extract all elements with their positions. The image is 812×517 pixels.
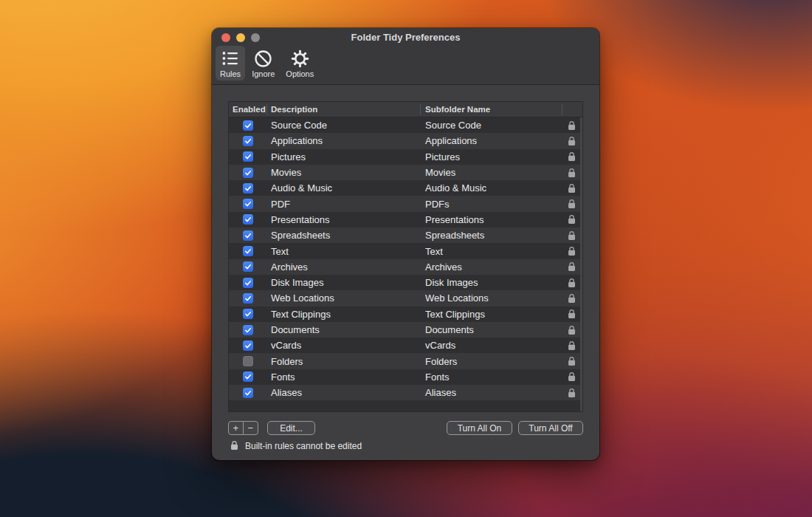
- toolbar-tab-label: Options: [286, 69, 314, 78]
- remove-rule-button[interactable]: −: [244, 422, 258, 434]
- toolbar-tab-rules[interactable]: Rules: [216, 46, 245, 81]
- add-rule-button[interactable]: +: [229, 422, 244, 434]
- titlebar[interactable]: Folder Tidy Preferences: [212, 28, 599, 47]
- rule-row[interactable]: Web LocationsWeb Locations: [229, 290, 582, 306]
- column-header-enabled[interactable]: Enabled: [229, 104, 267, 115]
- rule-subfolder-name: Applications: [421, 135, 562, 146]
- rule-enabled-cell: [229, 199, 267, 209]
- rule-row[interactable]: PDFPDFs: [229, 196, 582, 211]
- rule-description: Movies: [267, 167, 421, 178]
- preferences-window: Folder Tidy Preferences: [212, 28, 599, 460]
- rule-description: PDF: [267, 199, 421, 210]
- rule-enabled-checkbox[interactable]: [243, 168, 253, 178]
- rule-row[interactable]: PresentationsPresentations: [229, 212, 582, 227]
- rule-description: Folders: [267, 356, 421, 367]
- rule-row[interactable]: Disk ImagesDisk Images: [229, 275, 582, 290]
- lock-icon: [562, 199, 582, 209]
- rules-table: Enabled Description Subfolder Name Sourc…: [228, 101, 583, 412]
- lock-icon: [562, 278, 582, 288]
- rule-row[interactable]: FoldersFolders: [229, 353, 582, 369]
- rule-row[interactable]: FontsFonts: [229, 369, 582, 385]
- rule-enabled-cell: [229, 230, 267, 241]
- rule-enabled-checkbox[interactable]: [243, 246, 253, 256]
- rule-enabled-checkbox[interactable]: [243, 136, 253, 146]
- lock-icon: [562, 356, 582, 366]
- rule-subfolder-name: Movies: [421, 167, 562, 178]
- rule-row[interactable]: TextText: [229, 243, 582, 258]
- rule-enabled-checkbox[interactable]: [243, 261, 253, 272]
- rule-enabled-checkbox[interactable]: [243, 325, 253, 335]
- rule-description: Text Clippings: [267, 309, 421, 320]
- rule-row[interactable]: ApplicationsApplications: [229, 133, 582, 148]
- rule-description: Archives: [267, 261, 421, 273]
- lock-icon: [230, 440, 238, 453]
- rule-enabled-checkbox[interactable]: [243, 183, 253, 194]
- rule-subfolder-name: Aliases: [421, 387, 562, 398]
- rule-enabled-cell: [229, 261, 267, 272]
- rule-row[interactable]: Audio & MusicAudio & Music: [229, 180, 582, 196]
- lock-icon: [562, 246, 582, 256]
- rule-description: Fonts: [267, 372, 421, 383]
- rule-enabled-checkbox[interactable]: [243, 230, 253, 241]
- rule-description: Source Code: [267, 120, 421, 131]
- rule-row[interactable]: Text ClippingsText Clippings: [229, 307, 582, 322]
- rule-row[interactable]: SpreadsheetsSpreadsheets: [229, 227, 582, 243]
- toolbar: Rules Ignore: [212, 46, 599, 84]
- rule-enabled-checkbox[interactable]: [243, 214, 253, 225]
- rule-description: Aliases: [267, 387, 421, 398]
- rule-description: Spreadsheets: [267, 230, 421, 241]
- rule-row[interactable]: DocumentsDocuments: [229, 322, 582, 338]
- rule-enabled-checkbox[interactable]: [243, 372, 253, 382]
- rule-description: Applications: [267, 135, 421, 146]
- window-title: Folder Tidy Preferences: [212, 28, 599, 47]
- rule-description: Text: [267, 246, 421, 257]
- rule-enabled-cell: [229, 293, 267, 304]
- column-header-description[interactable]: Description: [267, 104, 421, 115]
- rule-enabled-cell: [229, 309, 267, 319]
- toolbar-tab-options[interactable]: Options: [281, 46, 318, 81]
- rule-row[interactable]: AliasesAliases: [229, 385, 582, 400]
- rule-enabled-cell: [229, 388, 267, 398]
- rule-enabled-checkbox[interactable]: [243, 340, 253, 351]
- builtin-rules-note-text: Built-in rules cannot be edited: [245, 441, 362, 451]
- rule-enabled-checkbox[interactable]: [243, 120, 253, 131]
- rule-subfolder-name: Presentations: [421, 214, 562, 225]
- rule-subfolder-name: Folders: [421, 356, 562, 367]
- turn-all-off-button[interactable]: Turn All Off: [518, 421, 583, 435]
- rule-enabled-checkbox[interactable]: [243, 293, 253, 304]
- toolbar-tab-ignore[interactable]: Ignore: [247, 46, 279, 81]
- rule-row[interactable]: MoviesMovies: [229, 165, 582, 180]
- rule-enabled-checkbox[interactable]: [243, 388, 253, 398]
- rule-description: Pictures: [267, 151, 421, 162]
- rule-enabled-cell: [229, 246, 267, 256]
- rule-enabled-checkbox[interactable]: [243, 356, 253, 366]
- turn-all-on-button[interactable]: Turn All On: [447, 421, 512, 435]
- gear-icon: [290, 49, 309, 68]
- lock-icon: [562, 340, 582, 351]
- lock-icon: [562, 372, 582, 382]
- toolbar-tab-label: Rules: [220, 69, 241, 78]
- edit-button[interactable]: Edit...: [267, 421, 315, 435]
- rules-table-header: Enabled Description Subfolder Name: [229, 102, 582, 117]
- lock-icon: [562, 230, 582, 241]
- rule-row[interactable]: Source CodeSource Code: [229, 117, 582, 133]
- rule-enabled-cell: [229, 168, 267, 178]
- rule-enabled-checkbox[interactable]: [243, 151, 253, 162]
- rule-enabled-checkbox[interactable]: [243, 199, 253, 209]
- lock-icon: [562, 151, 582, 162]
- lock-icon: [562, 183, 582, 194]
- rule-subfolder-name: Text: [421, 246, 562, 257]
- column-header-subfolder[interactable]: Subfolder Name: [421, 104, 562, 115]
- window-chrome: Folder Tidy Preferences: [212, 28, 599, 85]
- rule-enabled-checkbox[interactable]: [243, 309, 253, 319]
- lock-icon: [562, 293, 582, 304]
- builtin-rules-note: Built-in rules cannot be edited: [230, 439, 362, 453]
- lock-icon: [562, 168, 582, 178]
- rule-row[interactable]: vCardsvCards: [229, 338, 582, 353]
- rule-row[interactable]: ArchivesArchives: [229, 259, 582, 275]
- lock-icon: [562, 388, 582, 398]
- rule-description: Presentations: [267, 214, 421, 225]
- rule-enabled-cell: [229, 120, 267, 131]
- rule-row[interactable]: PicturesPictures: [229, 149, 582, 165]
- rule-enabled-checkbox[interactable]: [243, 278, 253, 288]
